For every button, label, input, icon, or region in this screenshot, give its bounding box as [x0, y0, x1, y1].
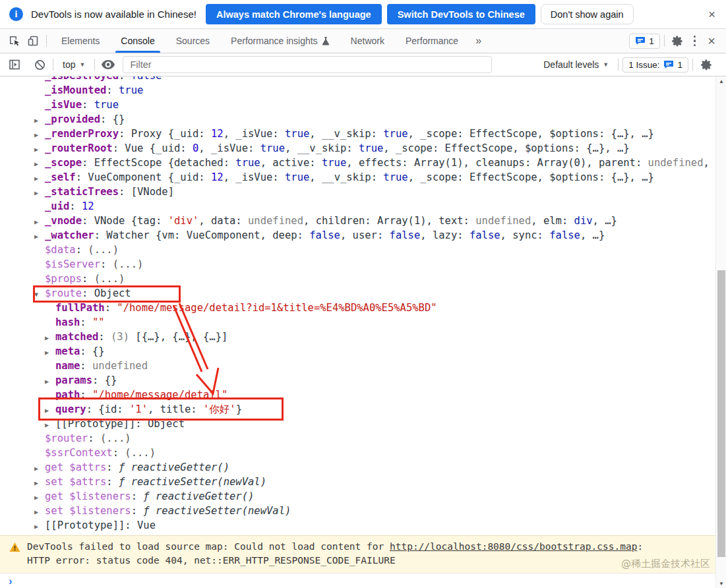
match-language-button[interactable]: Always match Chrome's language: [206, 4, 382, 24]
console-line[interactable]: ▶set $listeners: ƒ reactiveSetter(newVal…: [0, 504, 715, 518]
disclosure-triangle-icon[interactable]: ▶: [34, 142, 45, 157]
disclosure-triangle-icon[interactable]: ▶: [34, 505, 45, 519]
disclosure-triangle-icon[interactable]: ▶: [34, 128, 45, 142]
tab-elements[interactable]: Elements: [51, 29, 110, 53]
scroll-up-icon[interactable]: ▲: [716, 76, 726, 86]
console-line[interactable]: ▶matched: (3) [{…}, {…}, {…}]: [0, 330, 715, 344]
console-token: (...): [94, 273, 125, 285]
disclosure-triangle-icon[interactable]: ▼: [34, 287, 45, 302]
console-line[interactable]: ▶query: {id: '1', title: '你好'}: [0, 402, 715, 417]
console-settings-gear-icon[interactable]: [697, 56, 715, 73]
console-token: :: [98, 331, 111, 343]
console-token: _watcher: [45, 229, 94, 241]
console-line[interactable]: ▶_routerRoot: Vue {_uid: 0, _isVue: true…: [0, 141, 715, 156]
console-token: matched: [55, 331, 98, 343]
issues-badge[interactable]: 1: [629, 34, 660, 49]
tab-performance-insights[interactable]: Performance insights: [220, 29, 340, 53]
message-bubble-icon: [635, 36, 646, 45]
console-line[interactable]: ▶_vnode: VNode {tag: 'div', data: undefi…: [0, 214, 715, 228]
disclosure-triangle-icon[interactable]: ▶: [45, 331, 55, 345]
devtools-close-icon[interactable]: ×: [702, 34, 721, 49]
console-line[interactable]: $ssrContext: (...): [0, 446, 715, 460]
tab-network[interactable]: Network: [340, 29, 395, 53]
disclosure-triangle-icon[interactable]: ▶: [45, 418, 55, 432]
console-line[interactable]: $router: (...): [0, 431, 715, 446]
console-token: undefined: [475, 215, 531, 227]
disclosure-triangle-icon[interactable]: ▶: [34, 229, 45, 244]
console-token: , _isVue:: [224, 128, 285, 140]
tab-console[interactable]: Console: [110, 29, 165, 53]
console-line[interactable]: path: "/home/message/detail": [0, 388, 715, 402]
console-line[interactable]: _isDestroyed: false: [0, 76, 715, 83]
switch-chinese-button[interactable]: Switch DevTools to Chinese: [387, 4, 535, 24]
console-token: , user:: [340, 229, 390, 241]
disclosure-triangle-icon[interactable]: ▶: [34, 476, 45, 490]
console-line[interactable]: $data: (...): [0, 243, 715, 257]
disclosure-triangle-icon[interactable]: ▶: [34, 113, 45, 128]
console-line[interactable]: hash: "": [0, 315, 715, 330]
console-token: ƒ reactiveGetter(): [143, 490, 254, 502]
console-line[interactable]: _isMounted: true: [0, 83, 715, 98]
disclosure-triangle-icon[interactable]: ▶: [34, 186, 45, 200]
issues-counter[interactable]: 1 Issue: 1: [622, 57, 688, 73]
console-line[interactable]: $isServer: (...): [0, 257, 715, 272]
tab-performance[interactable]: Performance: [395, 29, 469, 53]
disclosure-triangle-icon[interactable]: ▶: [45, 374, 55, 389]
console-token: [{…}, {…}, {…}]: [135, 331, 227, 343]
disclosure-triangle-icon[interactable]: ▶: [45, 403, 55, 418]
more-options-icon[interactable]: [687, 36, 703, 47]
inspect-element-icon[interactable]: [5, 32, 24, 49]
console-line[interactable]: _isVue: true: [0, 98, 715, 112]
tab-sources[interactable]: Sources: [166, 29, 220, 53]
console-line[interactable]: ▶get $listeners: ƒ reactiveGetter(): [0, 489, 715, 504]
more-tabs-icon[interactable]: »: [469, 35, 488, 47]
console-token: : Watcher {vm: VueComponent, deep:: [94, 229, 310, 241]
disclosure-triangle-icon[interactable]: ▶: [34, 490, 45, 505]
console-token: : {}: [80, 345, 104, 357]
console-token: , __v_skip:: [309, 171, 383, 183]
console-token: [[Prototype]]: [55, 418, 135, 430]
console-line[interactable]: ▼$route: Object: [0, 286, 715, 301]
clear-console-icon[interactable]: [30, 56, 49, 73]
disclosure-triangle-icon[interactable]: ▶: [34, 171, 45, 186]
console-line[interactable]: ▶_watcher: Watcher {vm: VueComponent, de…: [0, 228, 715, 243]
console-token: , data:: [198, 215, 248, 227]
live-expression-eye-icon[interactable]: [99, 56, 117, 73]
console-line[interactable]: ▶_self: VueComponent {_uid: 12, _isVue: …: [0, 170, 715, 185]
console-line[interactable]: ▶get $attrs: ƒ reactiveGetter(): [0, 460, 715, 475]
chevron-down-icon: ▼: [79, 61, 85, 68]
disclosure-triangle-icon[interactable]: ▶: [34, 519, 45, 534]
console-line[interactable]: ▶[[Prototype]]: Vue: [0, 518, 715, 533]
console-prompt[interactable]: ›: [0, 573, 726, 588]
scroll-down-icon[interactable]: ▼: [716, 579, 726, 588]
disclosure-triangle-icon[interactable]: ▶: [45, 345, 55, 360]
console-sidebar-toggle-icon[interactable]: [5, 56, 24, 73]
console-line[interactable]: fullPath: "/home/message/detail?id=1&tit…: [0, 301, 715, 315]
console-line[interactable]: ▶_scope: EffectScope {detached: true, ac…: [0, 156, 715, 170]
scrollbar-thumb[interactable]: [717, 270, 725, 557]
disclosure-triangle-icon[interactable]: ▶: [34, 461, 45, 476]
vertical-scrollbar[interactable]: ▲ ▼: [715, 76, 726, 588]
disclosure-triangle-icon[interactable]: ▶: [34, 157, 45, 171]
device-toolbar-icon[interactable]: [24, 32, 42, 49]
notification-close-icon[interactable]: ×: [708, 8, 715, 20]
console-line[interactable]: ▶_staticTrees: [VNode]: [0, 185, 715, 199]
console-toolbar: top ▼ Default levels ▼ 1 Issue: 1: [0, 53, 726, 76]
console-line[interactable]: $props: (...): [0, 272, 715, 286]
disclosure-triangle-icon[interactable]: ▶: [34, 215, 45, 229]
console-line[interactable]: _uid: 12: [0, 199, 715, 214]
console-token: , _scope: EffectScope, $options: {…}, …}: [408, 171, 654, 183]
log-levels-dropdown[interactable]: Default levels ▼: [538, 59, 614, 70]
context-selector[interactable]: top ▼: [57, 59, 90, 70]
console-line[interactable]: ▶_renderProxy: Proxy {_uid: 12, _isVue: …: [0, 127, 715, 141]
console-line[interactable]: ▶set $attrs: ƒ reactiveSetter(newVal): [0, 475, 715, 489]
settings-gear-icon[interactable]: [669, 32, 687, 49]
console-line[interactable]: name: undefined: [0, 359, 715, 373]
console-line[interactable]: ▶[[Prototype]]: Object: [0, 417, 715, 431]
filter-input[interactable]: [123, 56, 492, 73]
console-line[interactable]: ▶_provided: {}: [0, 112, 715, 127]
source-map-link[interactable]: http://localhost:8080/css/bootstrap.css.…: [390, 541, 637, 552]
console-line[interactable]: ▶meta: {}: [0, 344, 715, 359]
dont-show-again-button[interactable]: Don't show again: [541, 4, 634, 24]
console-line[interactable]: ▶params: {}: [0, 373, 715, 388]
